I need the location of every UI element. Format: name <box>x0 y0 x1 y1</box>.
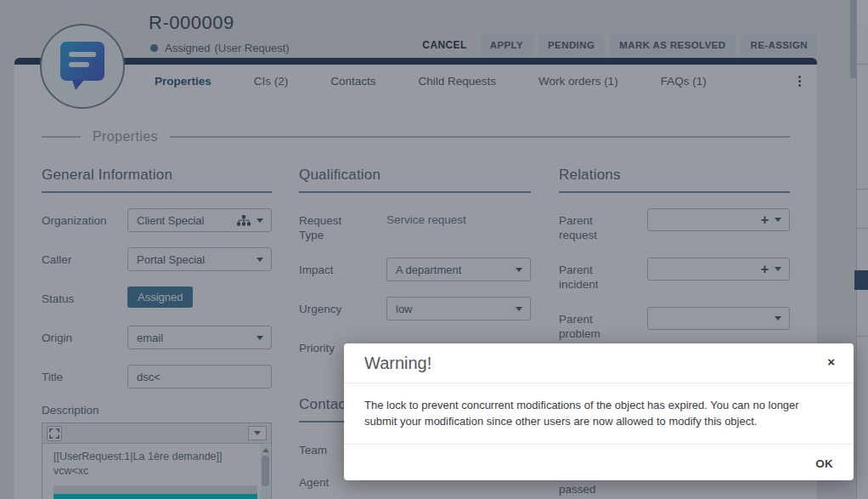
dialog-header: Warning! × <box>344 343 854 383</box>
ok-button[interactable]: OK <box>815 457 833 470</box>
dialog-title: Warning! <box>364 354 431 372</box>
warning-dialog: Warning! × The lock to prevent concurren… <box>344 343 854 480</box>
dialog-body: The lock to prevent concurrent modificat… <box>344 383 854 444</box>
dialog-footer: OK <box>344 444 854 471</box>
screen: R-000009 Assigned (User Request) CANCEL … <box>0 0 868 499</box>
close-icon[interactable]: × <box>827 354 835 369</box>
dialog-message: The lock to prevent concurrent modificat… <box>364 398 833 430</box>
